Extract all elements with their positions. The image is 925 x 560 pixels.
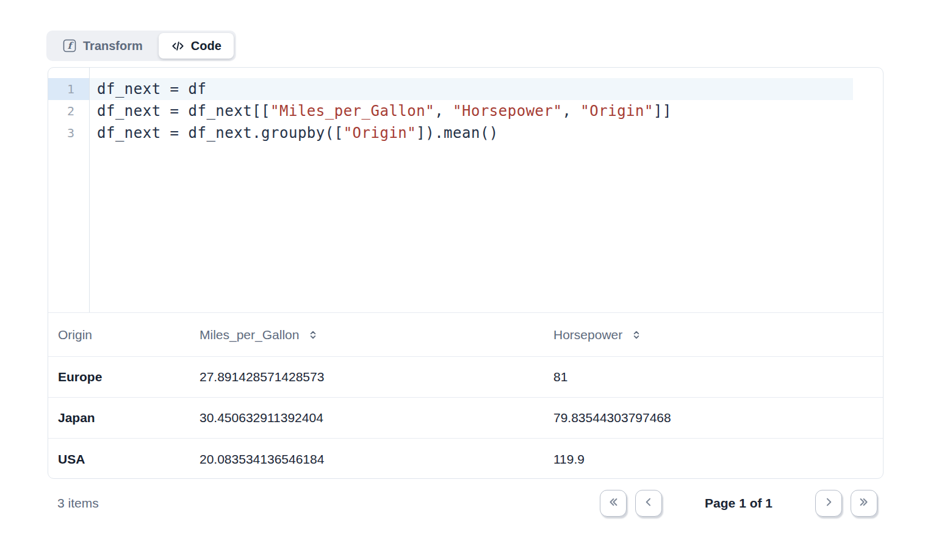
tab-transform[interactable]: f Transform xyxy=(49,33,156,59)
data-cell: 79.83544303797468 xyxy=(544,398,883,438)
data-cell: 20.083534136546184 xyxy=(190,439,544,479)
data-cell: 81 xyxy=(544,357,883,397)
code-token: , xyxy=(562,102,580,120)
string-token: "Origin" xyxy=(344,124,417,142)
row-header-cell: Japan xyxy=(48,398,190,438)
tab-transform-label: Transform xyxy=(83,39,143,53)
code-line[interactable]: df_next = df_next.groupby(["Origin"]).me… xyxy=(90,122,883,144)
data-cell: 27.891428571428573 xyxy=(190,357,544,397)
code-and-results-panel: 123 df_next = dfdf_next = df_next[["Mile… xyxy=(48,67,884,479)
column-label: Origin xyxy=(58,328,92,342)
last-page-button[interactable] xyxy=(851,490,877,517)
transform-panel: f Transform Code 123 df_next = dfdf_next… xyxy=(0,0,925,560)
view-mode-tabs: f Transform Code xyxy=(46,31,236,61)
pagination: Page 1 of 1 xyxy=(600,490,877,517)
chevron-left-icon xyxy=(642,496,655,511)
chevrons-left-icon xyxy=(607,496,619,511)
code-line[interactable]: df_next = df_next[["Miles_per_Gallon", "… xyxy=(90,100,883,122)
table-row: Europe27.89142857142857381 xyxy=(48,357,883,398)
column-header-miles_per_gallon[interactable]: Miles_per_Gallon xyxy=(190,313,544,356)
svg-text:f: f xyxy=(68,40,74,51)
string-token: "Miles_per_Gallon" xyxy=(270,102,434,120)
code-token: df_next = df_next[[ xyxy=(97,102,270,120)
row-header-cell: USA xyxy=(48,439,190,479)
data-cell: 30.450632911392404 xyxy=(190,398,544,438)
table-footer: 3 items Page 1 of 1 xyxy=(48,488,884,519)
code-token: ]).mean() xyxy=(416,124,498,142)
column-label: Horsepower xyxy=(553,328,622,342)
table-row: USA20.083534136546184119.9 xyxy=(48,439,883,479)
code-line[interactable]: df_next = df xyxy=(90,78,853,100)
tab-code-label: Code xyxy=(191,39,221,53)
code-icon xyxy=(171,39,185,53)
line-number: 2 xyxy=(48,100,89,122)
string-token: "Origin" xyxy=(580,102,653,120)
function-icon: f xyxy=(62,38,77,53)
column-header-origin: Origin xyxy=(48,313,190,356)
column-header-horsepower[interactable]: Horsepower xyxy=(544,313,883,356)
string-token: "Horsepower" xyxy=(453,102,562,120)
line-numbers: 123 xyxy=(48,68,90,312)
code-token: ]] xyxy=(653,102,672,120)
line-number: 1 xyxy=(48,78,89,100)
page-indicator: Page 1 of 1 xyxy=(705,496,772,511)
code-token: df_next = df_next.groupby([ xyxy=(97,124,344,142)
column-label: Miles_per_Gallon xyxy=(200,328,299,342)
table-body: Europe27.89142857142857381Japan30.450632… xyxy=(48,357,883,479)
code-lines[interactable]: df_next = dfdf_next = df_next[["Miles_pe… xyxy=(90,68,883,312)
data-cell: 119.9 xyxy=(544,439,883,479)
first-page-button[interactable] xyxy=(600,490,627,517)
line-number: 3 xyxy=(48,122,89,144)
chevron-right-icon xyxy=(822,496,835,511)
code-token: df_next = df xyxy=(97,81,206,98)
row-header-cell: Europe xyxy=(48,357,190,397)
items-count: 3 items xyxy=(57,496,99,511)
table-row: Japan30.45063291139240479.83544303797468 xyxy=(48,398,883,439)
sort-icon[interactable] xyxy=(308,329,319,340)
prev-page-button[interactable] xyxy=(635,490,662,517)
table-header-row: OriginMiles_per_Gallon Horsepower xyxy=(48,313,883,357)
code-editor[interactable]: 123 df_next = dfdf_next = df_next[["Mile… xyxy=(48,68,883,313)
next-page-button[interactable] xyxy=(815,490,842,517)
code-token: , xyxy=(434,102,453,120)
chevrons-right-icon xyxy=(858,496,870,511)
tab-code[interactable]: Code xyxy=(159,33,234,59)
sort-icon[interactable] xyxy=(631,329,642,340)
